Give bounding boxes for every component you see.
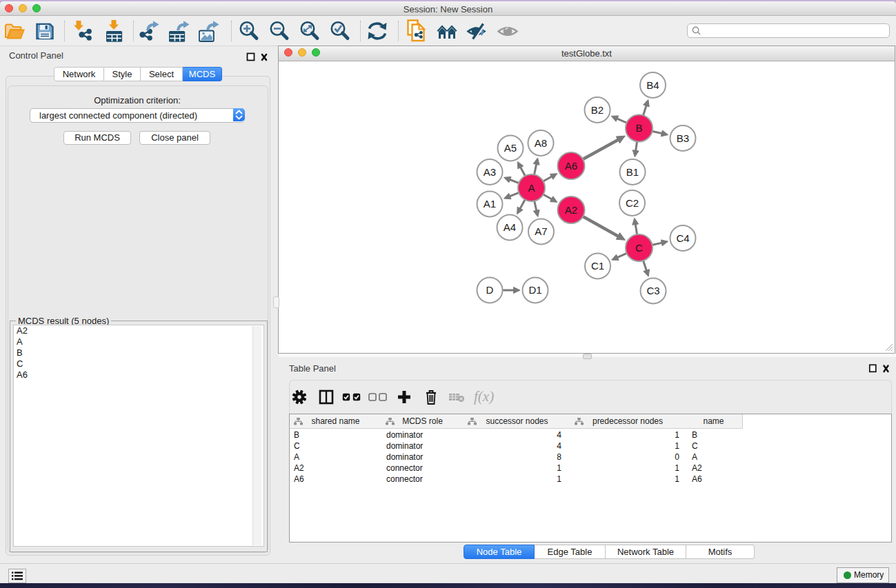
- svg-text:B2: B2: [591, 104, 604, 116]
- svg-text:C2: C2: [626, 197, 639, 209]
- svg-text:D: D: [486, 284, 494, 296]
- svg-text:B4: B4: [646, 79, 659, 91]
- svg-text:B3: B3: [677, 132, 689, 144]
- svg-text:A: A: [528, 182, 535, 194]
- svg-text:B: B: [635, 122, 642, 134]
- svg-text:B1: B1: [626, 166, 639, 178]
- svg-text:A5: A5: [504, 142, 517, 154]
- svg-text:A3: A3: [484, 166, 496, 178]
- svg-text:C: C: [635, 242, 643, 254]
- svg-text:A2: A2: [565, 204, 577, 216]
- svg-text:A7: A7: [535, 225, 547, 237]
- svg-text:A1: A1: [484, 198, 496, 210]
- svg-text:C1: C1: [591, 260, 604, 272]
- svg-text:A4: A4: [504, 221, 516, 233]
- svg-text:C3: C3: [646, 285, 659, 296]
- svg-text:D1: D1: [528, 284, 541, 296]
- svg-text:A6: A6: [565, 160, 577, 172]
- svg-text:C4: C4: [676, 232, 689, 244]
- svg-text:A8: A8: [535, 137, 547, 149]
